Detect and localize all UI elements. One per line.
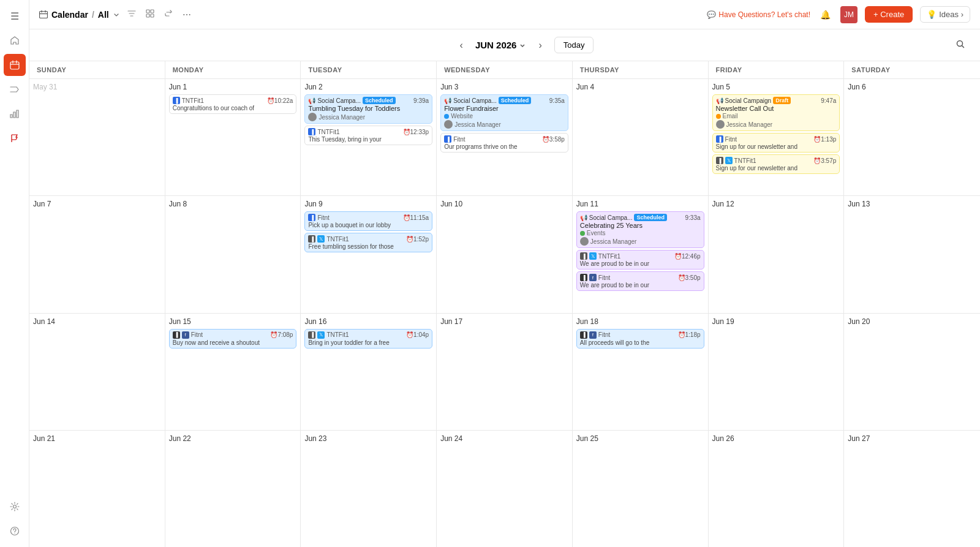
- event-time: ⏰1:13p: [813, 136, 836, 143]
- shuffle-icon[interactable]: [4, 78, 26, 100]
- event-time: 9:35a: [549, 97, 565, 104]
- event-card[interactable]: ▐ f Fitnt ⏰7:08p Buy now and receive a s…: [169, 329, 297, 349]
- cell-jun14: Jun 14: [29, 314, 165, 430]
- brand-name: Fitnt: [453, 136, 465, 143]
- day-header-mon: MONDAY: [165, 61, 301, 78]
- month-text: JUN 2026: [475, 40, 517, 50]
- user-avatar[interactable]: JM: [840, 6, 858, 23]
- brand-name: Fitnt: [191, 331, 203, 338]
- bell-icon[interactable]: 🔔: [818, 7, 833, 22]
- cell-jun6: Jun 6: [844, 79, 980, 195]
- svg-rect-5: [146, 10, 149, 13]
- home-icon[interactable]: [4, 29, 26, 51]
- chart-icon[interactable]: [4, 103, 26, 125]
- month-label[interactable]: JUN 2026: [475, 40, 527, 50]
- day-num: Jun 18: [576, 317, 704, 326]
- event-sub: Email: [716, 113, 837, 119]
- topnav: Calendar / All ⋯ 💬 Have Questions? Let's…: [29, 0, 980, 29]
- event-time: ⏰12:33p: [403, 129, 429, 135]
- help-icon[interactable]: [4, 520, 26, 542]
- next-month-button[interactable]: ›: [533, 37, 546, 53]
- event-title: Newsletter Call Out: [716, 105, 837, 112]
- filter-icon[interactable]: [125, 7, 138, 22]
- brand-icon-fb: f: [589, 331, 597, 339]
- nav-calendar-label: Calendar: [51, 10, 88, 20]
- event-text: We are proud to be in our: [580, 282, 701, 289]
- menu-icon[interactable]: ☰: [4, 5, 26, 27]
- cell-jun23: Jun 23: [301, 431, 437, 547]
- event-card[interactable]: 📢 Social Campa... Scheduled 9:39a Tumbli…: [304, 94, 432, 124]
- brand-name: Social Campa...: [317, 97, 361, 104]
- day-header-tue: TUESDAY: [301, 61, 437, 78]
- event-card[interactable]: 📢 Social Campaign Draft 9:47a Newsletter…: [712, 94, 840, 131]
- event-card[interactable]: ▐ 𝕏 TNTFit1 ⏰12:46p We are proud to be i…: [576, 250, 704, 270]
- brand-name: TNTFit1: [182, 97, 204, 104]
- event-card[interactable]: ▐ 𝕏 TNTFit1 ⏰1:04p Bring in your toddler…: [304, 329, 432, 349]
- event-sub-text2: Jessica Manager: [590, 238, 637, 245]
- event-card[interactable]: ▐ f Fitnt ⏰1:18p All proceeds will go to…: [576, 329, 704, 349]
- status-badge: Scheduled: [363, 97, 396, 104]
- dot-icon: [444, 114, 449, 119]
- event-card[interactable]: 📢 Social Campa... Scheduled 9:33a Celebr…: [576, 211, 704, 248]
- event-card[interactable]: ▐ Fitnt ⏰3:58p Our programs thrive on th…: [440, 133, 568, 153]
- brand-icon-fb: f: [182, 331, 189, 339]
- event-card[interactable]: ▐ TNTFit1 ⏰10:22a Congratultions to our …: [169, 94, 297, 114]
- cell-jun22: Jun 22: [165, 431, 301, 547]
- brand-name: TNTFit1: [734, 157, 756, 164]
- calendar-header: ‹ JUN 2026 › Today: [29, 29, 980, 61]
- ideas-button[interactable]: 💡 Ideas ›: [920, 6, 970, 23]
- event-time: ⏰1:52p: [406, 236, 429, 243]
- flag-icon[interactable]: [4, 127, 26, 149]
- day-header-fri: FRIDAY: [709, 61, 845, 78]
- create-button[interactable]: + Create: [865, 6, 913, 23]
- event-brand: ▐ Fitnt: [444, 135, 465, 143]
- day-num: Jun 24: [440, 434, 568, 443]
- day-num: Jun 11: [576, 200, 704, 208]
- event-card[interactable]: ▐ 𝕏 TNTFit1 ⏰3:57p Sign up for our newsl…: [712, 154, 840, 174]
- cell-jun8: Jun 8: [165, 196, 301, 312]
- day-num: Jun 13: [848, 200, 976, 208]
- event-card[interactable]: ▐ f Fitnt ⏰3:50p We are proud to be in o…: [576, 271, 704, 291]
- event-sub-text2: Jessica Manager: [454, 121, 501, 128]
- event-text: We are proud to be in our: [580, 260, 701, 267]
- status-badge: Scheduled: [634, 214, 667, 221]
- day-num: Jun 20: [848, 317, 976, 326]
- megaphone-icon: 📢: [716, 97, 723, 104]
- prev-month-button[interactable]: ‹: [455, 37, 468, 53]
- grid-icon[interactable]: [143, 7, 157, 22]
- brand-icon-fb: f: [589, 274, 597, 281]
- settings-icon[interactable]: [4, 496, 26, 518]
- cell-jun24: Jun 24: [437, 431, 573, 547]
- cell-jun27: Jun 27: [844, 431, 980, 547]
- sidebar: ☰: [0, 0, 29, 547]
- event-card[interactable]: ▐ Fitnt ⏰1:13p Sign up for our newslette…: [712, 133, 840, 153]
- avatar-icon: [444, 120, 453, 129]
- today-button[interactable]: Today: [554, 37, 594, 53]
- svg-rect-6: [151, 10, 154, 13]
- event-time: 9:33a: [685, 214, 701, 221]
- event-card[interactable]: ▐ Fitnt ⏰11:15a Pick up a bouquet in our…: [304, 211, 432, 231]
- event-card[interactable]: ▐ 𝕏 TNTFit1 ⏰1:52p Free tumbling session…: [304, 233, 432, 252]
- share-icon[interactable]: [162, 7, 175, 22]
- ideas-label: Ideas ›: [939, 10, 963, 19]
- event-card[interactable]: 📢 Social Campa... Scheduled 9:35a Flower…: [440, 94, 568, 131]
- event-time: ⏰12:46p: [674, 253, 701, 260]
- day-header-sun: SUNDAY: [29, 61, 165, 78]
- nav-filter-label[interactable]: All: [98, 10, 109, 20]
- event-time: ⏰3:58p: [542, 136, 565, 143]
- filter-dropdown-icon[interactable]: [113, 11, 120, 18]
- event-text: Congratultions to our coach of: [173, 105, 293, 111]
- brand-icon-twitter: 𝕏: [317, 235, 325, 243]
- brand-icon-bar: ▐: [444, 135, 451, 143]
- cell-jun17: Jun 17: [437, 314, 573, 430]
- event-time: ⏰3:50p: [678, 274, 701, 281]
- more-icon[interactable]: ⋯: [180, 7, 194, 22]
- chat-link[interactable]: 💬 Have Questions? Let's chat!: [707, 10, 810, 19]
- search-button[interactable]: [956, 39, 965, 51]
- event-card[interactable]: ▐ TNTFit1 ⏰12:33p This Tuesday, bring in…: [304, 126, 432, 145]
- event-title: Celebrating 25 Years: [580, 222, 701, 229]
- brand-name: Social Campa...: [589, 214, 633, 221]
- day-num: Jun 14: [33, 317, 161, 326]
- event-time: ⏰1:18p: [678, 331, 701, 338]
- calendar-icon[interactable]: [4, 54, 26, 76]
